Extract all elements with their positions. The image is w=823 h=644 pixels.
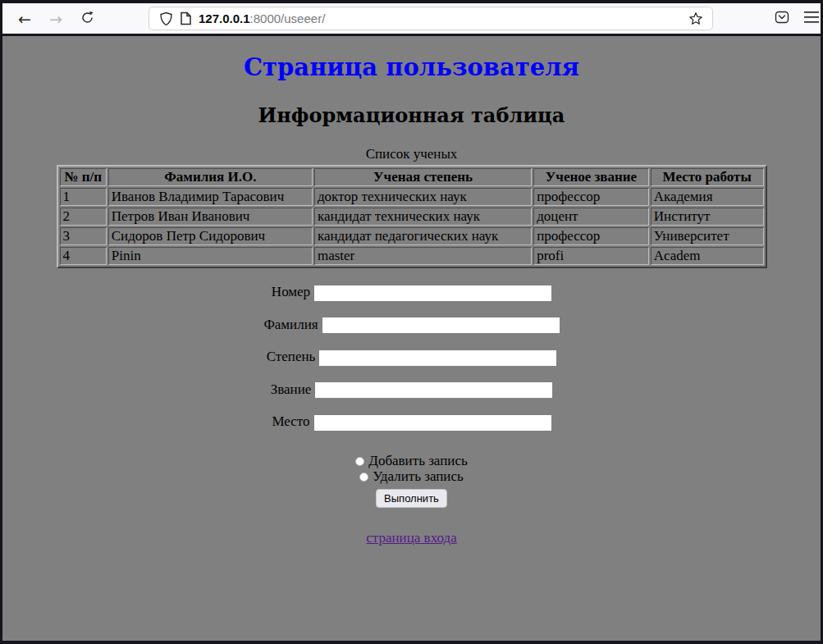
cell-surname: Сидоров Петр Сидорович xyxy=(108,227,313,245)
cell-workplace: Academ xyxy=(651,247,764,265)
link-row: страница входа xyxy=(2,530,821,546)
col-header-degree: Ученая степень xyxy=(314,168,532,186)
cell-degree: доктор технических наук xyxy=(314,188,532,206)
col-header-surname: Фамилия И.О. xyxy=(108,168,313,186)
cell-rank: profi xyxy=(533,247,649,265)
rank-input[interactable] xyxy=(315,382,552,398)
form-row-degree: Степень xyxy=(2,349,821,366)
reload-icon xyxy=(80,10,94,28)
table-caption: Список ученых xyxy=(2,146,821,162)
back-button[interactable]: ← xyxy=(12,7,37,31)
hamburger-menu-icon xyxy=(804,11,819,26)
add-record-radio[interactable] xyxy=(355,457,364,466)
delete-record-label: Удалить запись xyxy=(373,468,464,484)
page-viewport: Страница пользователя Информационная таб… xyxy=(2,36,821,641)
page-subtitle: Информационная таблица xyxy=(2,103,821,127)
col-header-workplace: Место работы xyxy=(651,168,764,186)
back-arrow-icon: ← xyxy=(18,10,31,28)
url-bar[interactable]: 127.0.0.1:8000/useeer/ xyxy=(149,7,713,30)
cell-degree: кандидат технических наук xyxy=(314,208,532,226)
table-header-row: № п/п Фамилия И.О. Ученая степень Ученое… xyxy=(60,168,764,186)
cell-number: 2 xyxy=(60,208,107,226)
cell-degree: кандидат педагогических наук xyxy=(314,227,532,245)
form-row-surname: Фамилия xyxy=(2,317,821,334)
table-row: 4 Pinin master profi Academ xyxy=(60,247,764,265)
table-row: 2 Петров Иван Иванович кандидат техничес… xyxy=(60,208,764,226)
col-header-rank: Ученое звание xyxy=(533,168,649,186)
forward-arrow-icon: → xyxy=(49,10,62,28)
cell-surname: Петров Иван Иванович xyxy=(108,208,313,226)
number-input[interactable] xyxy=(314,285,551,301)
menu-button[interactable] xyxy=(800,8,823,30)
action-radio-group: Добавить запись Удалить запись xyxy=(2,453,821,484)
rank-label: Звание xyxy=(271,381,312,397)
col-header-number: № п/п xyxy=(60,168,107,186)
shield-icon[interactable] xyxy=(156,9,176,29)
form-row-number: Номер xyxy=(2,284,821,301)
cell-surname: Иванов Владимир Тарасович xyxy=(108,188,313,206)
radio-row-delete: Удалить запись xyxy=(2,468,821,484)
cell-workplace: Академия xyxy=(651,188,764,206)
url-text: 127.0.0.1:8000/useeer/ xyxy=(199,11,686,25)
login-page-link[interactable]: страница входа xyxy=(366,530,456,546)
pocket-icon xyxy=(774,9,790,29)
surname-input[interactable] xyxy=(322,317,560,333)
cell-number: 3 xyxy=(60,227,107,245)
cell-surname: Pinin xyxy=(108,247,313,265)
url-host: 127.0.0.1 xyxy=(199,11,250,25)
form-row-workplace: Место xyxy=(2,413,821,431)
pocket-button[interactable] xyxy=(770,8,793,30)
url-path: :8000/useeer/ xyxy=(250,11,326,25)
browser-window: ← → 127.0.0.1:8000/useeer/ xyxy=(0,0,823,644)
degree-label: Степень xyxy=(267,349,316,364)
forward-button[interactable]: → xyxy=(43,7,68,31)
workplace-input[interactable] xyxy=(314,415,551,431)
cell-rank: доцент xyxy=(533,208,649,226)
cell-workplace: Институт xyxy=(651,208,764,226)
execute-button[interactable]: Выполнить xyxy=(376,489,447,508)
form-row-rank: Звание xyxy=(2,381,821,399)
bookmark-star-icon[interactable] xyxy=(686,9,706,29)
submit-row: Выполнить xyxy=(2,489,821,508)
delete-record-radio[interactable] xyxy=(359,473,368,482)
cell-workplace: Университет xyxy=(651,227,764,245)
table-row: 3 Сидоров Петр Сидорович кандидат педаго… xyxy=(60,227,764,245)
surname-label: Фамилия xyxy=(263,317,318,332)
cell-number: 4 xyxy=(60,247,107,265)
radio-row-add: Добавить запись xyxy=(2,453,821,468)
number-label: Номер xyxy=(272,284,310,299)
scientists-table: № п/п Фамилия И.О. Ученая степень Ученое… xyxy=(57,165,767,268)
workplace-label: Место xyxy=(272,413,309,429)
degree-input[interactable] xyxy=(319,350,556,366)
page-info-icon[interactable] xyxy=(176,9,195,29)
cell-number: 1 xyxy=(60,188,107,206)
page-title: Страница пользователя xyxy=(2,53,821,81)
table-row: 1 Иванов Владимир Тарасович доктор техни… xyxy=(60,188,764,206)
reload-button[interactable] xyxy=(75,7,99,31)
cell-degree: master xyxy=(314,247,532,265)
browser-toolbar: ← → 127.0.0.1:8000/useeer/ xyxy=(2,3,821,34)
cell-rank: профессор xyxy=(533,227,649,245)
cell-rank: профессор xyxy=(533,188,649,206)
add-record-label: Добавить запись xyxy=(368,453,467,468)
